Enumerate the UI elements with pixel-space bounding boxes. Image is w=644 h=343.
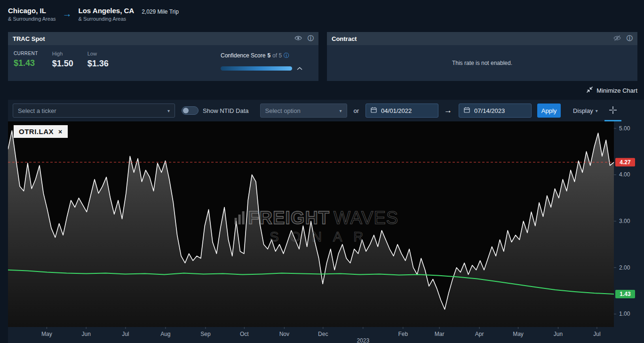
x-axis-label: Aug: [160, 331, 170, 337]
minimize-icon: [586, 86, 593, 95]
chevron-down-icon: ▾: [167, 108, 170, 113]
app-root: Chicago, IL & Surrounding Areas → Los An…: [0, 0, 644, 343]
trac-spot-body: CURRENT $1.43 High $1.50 Low $1.36 Confi…: [8, 45, 318, 81]
date-from-value: 04/01/2022: [381, 107, 412, 114]
crosshair-icon: [609, 106, 617, 114]
display-dropdown[interactable]: Display ▾: [573, 107, 598, 114]
current-stat: CURRENT $1.43: [14, 51, 38, 75]
confidence-score-block: Confidence Score 5 of 5 ⓘ: [221, 51, 313, 75]
visibility-eye-icon[interactable]: [294, 35, 302, 42]
price-chart[interactable]: 5.004.003.002.001.004.271.43MayJunJulAug…: [8, 121, 644, 343]
contract-body: This rate is not enabled.: [327, 45, 637, 81]
y-axis-label: 3.00: [619, 218, 630, 224]
y-axis-label: 1.00: [619, 311, 630, 317]
x-axis-label: Sep: [200, 331, 211, 337]
origin-subtitle: & Surrounding Areas: [8, 16, 56, 22]
option-select-placeholder: Select option: [265, 107, 301, 114]
contract-title: Contract: [332, 35, 357, 42]
trip-distance-label: 2,029 Mile Trip: [142, 8, 179, 15]
display-label: Display: [573, 107, 593, 114]
x-axis-label: May: [41, 331, 52, 337]
destination-city: Los Angeles, CA: [79, 7, 135, 15]
trac-spot-header: TRAC Spot ⓘ: [8, 32, 318, 45]
x-axis-label: Apr: [475, 331, 484, 337]
info-icon[interactable]: ⓘ: [627, 34, 633, 43]
ntid-toggle[interactable]: [182, 106, 199, 115]
chart-toolbar: Select a ticker ▾ Show NTID Data Select …: [8, 100, 644, 121]
confidence-score-value: 5: [267, 52, 270, 59]
x-axis-label: Feb: [398, 331, 408, 337]
ntid-toggle-label: Show NTID Data: [203, 107, 249, 114]
x-axis-year-label: 2023: [357, 337, 369, 343]
apply-button[interactable]: Apply: [537, 104, 561, 118]
route-arrow-icon: →: [63, 8, 72, 19]
ticker-tag-close-icon[interactable]: ×: [58, 128, 63, 136]
low-stat: Low $1.36: [87, 51, 109, 75]
collapse-chevron-icon[interactable]: [297, 64, 302, 72]
date-to-value: 07/14/2023: [474, 107, 505, 114]
x-axis-label: May: [513, 331, 524, 337]
ticker-tag[interactable]: OTRI.LAX ×: [14, 125, 68, 138]
chevron-down-icon: ▾: [596, 108, 598, 113]
confidence-label: Confidence Score: [221, 52, 265, 59]
destination-subtitle: & Surrounding Areas: [79, 16, 135, 22]
high-stat: High $1.50: [52, 51, 73, 75]
destination-block: Los Angeles, CA & Surrounding Areas: [79, 7, 135, 22]
calendar-icon: [371, 107, 377, 114]
x-axis-label: Jul: [122, 331, 129, 337]
calendar-icon: [464, 107, 470, 114]
route-header: Chicago, IL & Surrounding Areas → Los An…: [0, 0, 644, 29]
contract-panel: Contract ⓘ This rate is not enabled.: [327, 32, 637, 81]
confidence-bar: [221, 66, 292, 71]
origin-block: Chicago, IL & Surrounding Areas: [8, 7, 56, 22]
chevron-down-icon: ▾: [340, 108, 342, 113]
confidence-total: of 5: [272, 52, 282, 59]
x-axis-label: Dec: [318, 331, 328, 337]
x-axis-label: Jul: [593, 331, 600, 337]
low-value: $1.36: [87, 59, 109, 69]
visibility-eye-off-icon[interactable]: [613, 35, 621, 42]
trac-spot-title: TRAC Spot: [13, 35, 45, 42]
last-value-badge-text: 4.27: [620, 159, 631, 166]
contract-header: Contract ⓘ: [327, 32, 637, 45]
date-from-input[interactable]: 04/01/2022: [366, 104, 438, 118]
ticker-select-placeholder: Select a ticker: [18, 107, 56, 114]
high-value: $1.50: [52, 59, 73, 69]
last-value-badge-text: 1.43: [620, 291, 631, 297]
date-to-input[interactable]: 07/14/2023: [459, 104, 532, 118]
chart-card: Select a ticker ▾ Show NTID Data Select …: [8, 100, 644, 343]
current-label: CURRENT: [14, 51, 38, 56]
rate-panels: TRAC Spot ⓘ CURRENT $1.43 High $1.50: [8, 32, 637, 81]
trac-spot-panel: TRAC Spot ⓘ CURRENT $1.43 High $1.50: [8, 32, 318, 81]
chart-region: 5.004.003.002.001.004.271.43MayJunJulAug…: [8, 121, 644, 343]
contract-disabled-message: This rate is not enabled.: [452, 60, 512, 66]
confidence-info-icon[interactable]: ⓘ: [284, 52, 289, 60]
date-range-arrow-icon: →: [444, 106, 452, 115]
x-axis-label: Jun: [81, 331, 90, 337]
option-select[interactable]: Select option ▾: [260, 104, 347, 118]
origin-city: Chicago, IL: [8, 7, 56, 15]
x-axis-label: Jun: [554, 331, 563, 337]
info-icon[interactable]: ⓘ: [308, 34, 314, 43]
current-value: $1.43: [14, 58, 38, 68]
or-label: or: [354, 107, 359, 114]
minimize-chart-button[interactable]: Minimize Chart: [586, 86, 637, 95]
y-axis-label: 2.00: [619, 264, 630, 271]
x-axis-label: Mar: [435, 331, 445, 337]
ticker-select[interactable]: Select a ticker ▾: [13, 104, 175, 118]
high-label: High: [52, 51, 73, 56]
y-axis-label: 5.00: [619, 125, 630, 132]
crosshair-tool-button[interactable]: [604, 100, 621, 121]
y-axis-label: 4.00: [619, 171, 630, 178]
x-axis-label: Oct: [240, 331, 249, 337]
minimize-chart-label: Minimize Chart: [596, 87, 637, 94]
low-label: Low: [87, 51, 109, 56]
ticker-tag-label: OTRI.LAX: [19, 128, 54, 136]
x-axis-label: Nov: [279, 331, 289, 337]
